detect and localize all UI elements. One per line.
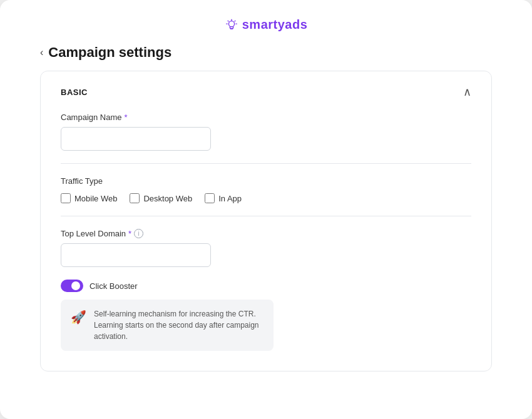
brand-name: smartyads — [242, 18, 308, 32]
app-container: smartyads ‹ Campaign settings BASIC ∧ Ca… — [0, 0, 532, 419]
app-header: smartyads — [0, 0, 532, 44]
section-title: BASIC — [61, 88, 88, 97]
svg-line-3 — [228, 21, 228, 21]
traffic-type-label: Traffic Type — [61, 176, 471, 186]
svg-point-0 — [228, 21, 234, 26]
back-button[interactable]: ‹ — [40, 47, 43, 58]
card-header: BASIC ∧ — [61, 86, 471, 98]
main-content: BASIC ∧ Campaign Name * Traffic Type Mob — [0, 71, 532, 419]
top-level-domain-label-text: Top Level Domain — [61, 229, 126, 238]
desktop-web-label: Desktop Web — [143, 194, 192, 203]
in-app-option[interactable]: In App — [205, 193, 242, 203]
domain-required-star: * — [128, 229, 131, 238]
logo-bulb-icon — [225, 18, 238, 32]
desktop-web-option[interactable]: Desktop Web — [130, 193, 192, 203]
click-booster-toggle[interactable] — [61, 280, 83, 292]
basic-section-card: BASIC ∧ Campaign Name * Traffic Type Mob — [40, 71, 492, 371]
campaign-name-group: Campaign Name * — [61, 113, 471, 151]
divider-1 — [61, 163, 471, 164]
mobile-web-checkbox[interactable] — [61, 193, 71, 203]
campaign-name-label: Campaign Name * — [61, 113, 471, 122]
campaign-name-input[interactable] — [61, 127, 211, 151]
traffic-type-options: Mobile Web Desktop Web In App — [61, 193, 471, 203]
page-title: Campaign settings — [48, 44, 171, 61]
click-booster-label: Click Booster — [90, 281, 138, 291]
in-app-label: In App — [218, 194, 242, 203]
mobile-web-option[interactable]: Mobile Web — [61, 193, 117, 203]
click-booster-row: Click Booster — [61, 280, 471, 292]
required-star: * — [125, 113, 128, 122]
desktop-web-checkbox[interactable] — [130, 193, 140, 203]
in-app-checkbox[interactable] — [205, 193, 215, 203]
top-level-domain-group: Top Level Domain * i — [61, 229, 471, 267]
domain-info-icon[interactable]: i — [134, 229, 143, 238]
campaign-name-label-text: Campaign Name — [61, 113, 122, 122]
brand-logo: smartyads — [225, 18, 308, 32]
traffic-type-section: Traffic Type Mobile Web Desktop Web In A… — [61, 176, 471, 203]
svg-line-4 — [235, 21, 235, 21]
click-booster-info-box: 🚀 Self-learning mechanism for increasing… — [61, 300, 274, 351]
rocket-icon: 🚀 — [71, 310, 86, 325]
info-box-text: Self-learning mechanism for increasing t… — [94, 308, 263, 342]
top-level-domain-input[interactable] — [61, 243, 211, 267]
divider-2 — [61, 216, 471, 216]
top-level-domain-label: Top Level Domain * i — [61, 229, 471, 238]
page-header: ‹ Campaign settings — [0, 44, 532, 71]
mobile-web-label: Mobile Web — [74, 194, 117, 203]
collapse-button[interactable]: ∧ — [463, 86, 471, 98]
toggle-slider — [61, 280, 83, 292]
